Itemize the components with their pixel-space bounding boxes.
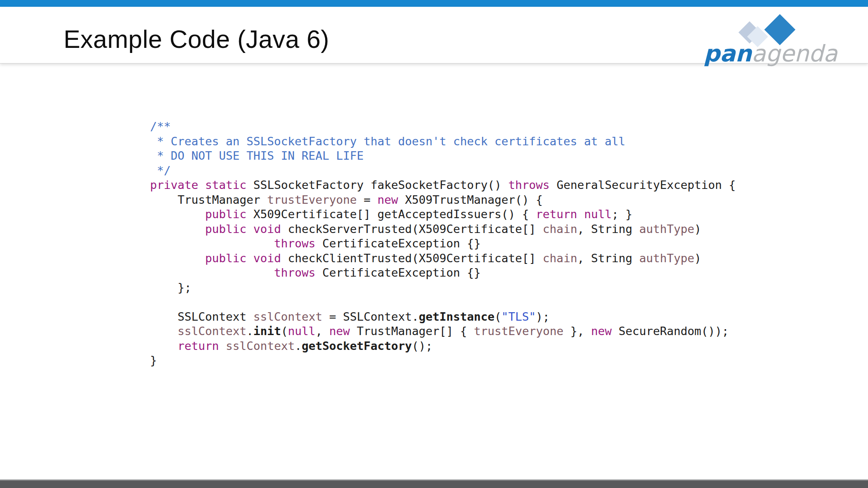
code-token-kw: throws [508,178,550,191]
code-token-vr: sslContext [178,324,247,338]
code-token-pl: = [357,193,378,206]
code-token-pl: } [150,354,157,367]
code-token-kw: private [150,178,198,191]
code-token-pl: , String [577,252,639,265]
code-token-pl: = SSLContext. [322,310,419,323]
code-token-pl: ; } [612,208,632,221]
panagenda-logo: panagenda [704,18,843,65]
code-token-kw: new [329,324,350,338]
code-line: * DO NOT USE THIS IN REAL LIFE [150,149,736,164]
code-token-kw: new [377,193,398,206]
code-token-pl: ) [694,252,701,265]
code-line: * Creates an SSLSocketFactory that doesn… [150,134,736,149]
page-title: Example Code (Java 6) [64,27,329,52]
code-token-pl: SecureRandom()); [612,324,729,338]
code-token-pl: ); [536,310,550,323]
code-token-pl: ( [495,310,501,323]
code-token-pl: . [295,339,301,352]
code-token-vr: sslContext [226,339,295,352]
code-line: */ [150,164,736,178]
code-token-vr: authType [639,252,694,265]
code-token-pl: }; [150,281,192,294]
code-token-pl [577,208,584,221]
code-token-kw: return [536,208,577,221]
slide-header: Example Code (Java 6) panagenda [0,7,868,64]
code-line: sslContext.init(null, new TrustManager[]… [150,324,736,339]
code-token-cm: */ [150,164,171,177]
footer-bar [0,480,868,488]
top-accent-bar [0,0,868,7]
code-token-pl [247,252,253,265]
code-token-cm: /** [150,120,171,133]
logo-text-agenda: agenda [752,40,837,67]
code-token-cm: * DO NOT USE THIS IN REAL LIFE [150,149,364,162]
code-token-pl: ) [694,222,701,236]
code-token-vr: chain [543,222,577,236]
code-token-kw: public [205,222,247,236]
code-token-fn: getInstance [419,310,495,323]
code-line: return sslContext.getSocketFactory(); [150,339,736,354]
code-token-pl: CertificateException {} [315,266,481,279]
code-token-vr: trustEveryone [267,193,356,206]
code-line: public void checkClientTrusted(X509Certi… [150,251,736,266]
code-token-kw: throws [274,266,316,279]
code-token-vr: trustEveryone [474,324,563,338]
code-token-pl [198,178,205,191]
code-token-pl [150,237,274,250]
code-line: public X509Certificate[] getAcceptedIssu… [150,207,736,222]
code-token-pl: ( [281,324,288,338]
code-token-pl [150,324,178,338]
code-block: /** * Creates an SSLSocketFactory that d… [150,119,736,368]
code-line: /** [150,119,736,134]
code-token-pl: , [315,324,329,338]
code-line [150,295,736,310]
code-token-pl: TrustManager[] { [350,324,474,338]
code-token-kw: void [253,252,281,265]
code-token-kw: return [178,339,219,352]
code-token-pl: TrustManager [150,193,267,206]
code-token-pl: SSLContext [150,310,253,323]
code-token-pl: X509Certificate[] getAcceptedIssuers() { [247,208,536,221]
code-token-pl [150,222,205,236]
code-token-pl: GeneralSecurityException { [550,178,736,191]
code-token-kw: public [205,252,247,265]
code-token-pl [150,208,205,221]
code-token-pl [150,266,274,279]
logo-wordmark: panagenda [704,42,837,65]
code-token-cm: * Creates an SSLSocketFactory that doesn… [150,135,626,148]
code-token-pl [150,339,178,352]
code-token-fn: getSocketFactory [302,339,412,352]
code-token-pl: checkClientTrusted(X509Certificate[] [281,252,543,265]
code-token-pl: }, [563,324,591,338]
code-token-pl: X509TrustManager() { [398,193,542,206]
code-token-pl: . [247,324,253,338]
code-token-kw: void [253,222,281,236]
code-line: public void checkServerTrusted(X509Certi… [150,222,736,237]
code-line: TrustManager trustEveryone = new X509Tru… [150,193,736,208]
logo-text-pan: pan [704,40,752,67]
code-token-kw: null [584,208,612,221]
code-token-vr: authType [639,222,694,236]
code-line: SSLContext sslContext = SSLContext.getIn… [150,310,736,324]
code-token-pl: (); [412,339,433,352]
slide: Example Code (Java 6) panagenda /** * Cr… [0,0,868,488]
code-token-pl [247,222,253,236]
code-token-kw: new [591,324,612,338]
code-token-pl [150,252,205,265]
code-token-st: "TLS" [501,310,536,323]
code-line: throws CertificateException {} [150,236,736,251]
code-token-vr: chain [543,252,577,265]
code-token-kw: null [288,324,315,338]
code-line: private static SSLSocketFactory fakeSock… [150,178,736,193]
code-token-vr: sslContext [253,310,323,323]
code-token-kw: static [205,178,247,191]
code-token-kw: throws [274,237,316,250]
code-token-pl: checkServerTrusted(X509Certificate[] [281,222,543,236]
code-token-fn: init [253,324,281,338]
code-line: } [150,353,736,368]
code-token-pl: CertificateException {} [315,237,481,250]
code-token-kw: public [205,208,247,221]
code-token-pl: , String [577,222,639,236]
code-token-pl: SSLSocketFactory fakeSocketFactory() [247,178,509,191]
code-line: throws CertificateException {} [150,266,736,280]
